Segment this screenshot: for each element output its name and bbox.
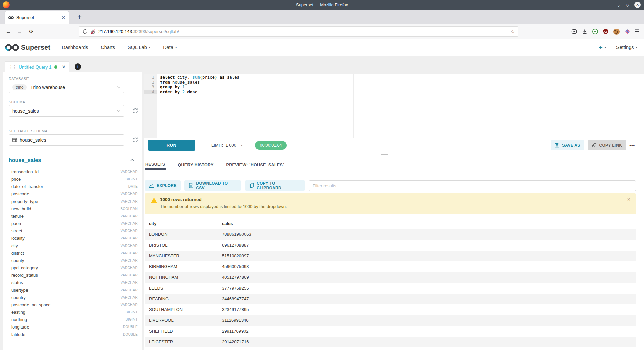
app-menu-icon[interactable]: ☰ — [635, 28, 639, 35]
results-table-body: LONDON788861960063BRISTOL69612708887MANC… — [145, 229, 636, 347]
line-code: select city, sum(price) as sales — [157, 75, 239, 80]
table-row: LEICESTER29142071716 — [145, 337, 636, 347]
table-column-row[interactable]: new_buildBOOLEAN — [9, 205, 139, 212]
reload-icon[interactable]: ⟳ — [25, 28, 37, 35]
cell-sales: 29142071716 — [218, 337, 636, 347]
nav-item-sql-lab[interactable]: SQL Lab▾ — [128, 45, 150, 50]
insecure-lock-icon[interactable] — [91, 29, 95, 34]
table-column-row[interactable]: eastingBIGINT — [9, 308, 139, 316]
query-editor-tab[interactable]: ⋮⋮ Untitled Query 1 ✕ — [5, 61, 69, 72]
refresh-schema-icon[interactable] — [132, 108, 138, 114]
cookie-extension-icon[interactable] — [613, 29, 620, 35]
table-column-row[interactable]: districtVARCHAR — [9, 249, 139, 257]
table-column-row[interactable]: countyVARCHAR — [9, 257, 139, 264]
chevron-up-icon[interactable] — [130, 159, 135, 162]
table-row: NOTTINGHAM40512797869 — [145, 272, 636, 283]
asterisk-extension-icon[interactable]: ✳ — [625, 28, 629, 35]
tab-results[interactable]: RESULTS — [145, 160, 166, 170]
schema-select[interactable]: house_sales — [9, 105, 124, 117]
tab-preview-house-sales[interactable]: PREVIEW: `HOUSE_SALES` — [226, 160, 285, 170]
sql-code-editor[interactable]: 1select city, sum(price) as sales2from h… — [144, 74, 644, 138]
limit-dropdown[interactable]: LIMIT: 1 000 ▾ — [211, 143, 242, 148]
drag-handle-icon[interactable]: ⋮⋮ — [9, 64, 16, 70]
table-column-row[interactable]: usertypeVARCHAR — [9, 286, 139, 294]
table-column-row[interactable]: localityVARCHAR — [9, 234, 139, 242]
more-actions-icon[interactable]: ••• — [629, 143, 635, 148]
nav-item-data[interactable]: Data▾ — [163, 45, 177, 50]
browser-tab[interactable]: Superset ✕ — [5, 11, 69, 24]
copy-link-button[interactable]: COPY LINK — [588, 140, 626, 150]
nav-item-dashboards[interactable]: Dashboards — [62, 45, 88, 50]
table-row: BIRMINGHAM45960075093 — [145, 261, 636, 272]
alert-message: The number of rows displayed is limited … — [160, 204, 287, 209]
browser-tab-close-icon[interactable]: ✕ — [61, 15, 65, 21]
file-icon — [189, 183, 193, 188]
new-item-button[interactable]: +▾ — [599, 44, 606, 51]
superset-logo[interactable]: Superset — [5, 43, 50, 52]
table-select[interactable]: house_sales — [9, 134, 124, 146]
cell-city: LEICESTER — [145, 337, 218, 347]
table-column-row[interactable]: postcode_no_spaceVARCHAR — [9, 301, 139, 308]
bookmark-star-icon[interactable]: ☆ — [511, 29, 515, 35]
table-column-row[interactable]: priceBIGINT — [9, 175, 139, 183]
alert-close-icon[interactable]: ✕ — [627, 197, 631, 202]
table-column-row[interactable]: countryVARCHAR — [9, 294, 139, 301]
column-header-city[interactable]: city — [145, 218, 218, 229]
column-type: VARCHAR — [121, 259, 138, 262]
code-line[interactable]: 1select city, sum(price) as sales — [144, 75, 644, 80]
window-restore-icon[interactable]: ◇ — [626, 3, 629, 7]
privacy-extension-icon[interactable] — [592, 29, 598, 34]
table-column-row[interactable]: longitudeDOUBLE — [9, 323, 139, 331]
column-type: VARCHAR — [121, 251, 138, 255]
query-tab-close-icon[interactable]: ✕ — [62, 64, 66, 70]
table-column-row[interactable]: postcodeVARCHAR — [9, 190, 139, 198]
back-icon[interactable]: ← — [3, 29, 14, 35]
sql-editor-pane: 1select city, sum(price) as sales2from h… — [144, 74, 644, 350]
copy-clipboard-button[interactable]: COPY TO CLIPBOARD — [245, 180, 305, 191]
settings-menu[interactable]: Settings▾ — [616, 45, 637, 50]
window-minimize-icon[interactable]: ⌄ — [616, 3, 621, 7]
database-select[interactable]: trino Trino warehouse — [9, 82, 124, 93]
code-line[interactable]: 2from house_sales — [144, 80, 644, 85]
save-as-button[interactable]: SAVE AS — [551, 140, 584, 150]
tab-query-history[interactable]: QUERY HISTORY — [177, 160, 214, 170]
table-column-row[interactable]: statusVARCHAR — [9, 279, 139, 286]
ublock-icon[interactable] — [603, 29, 608, 34]
panel-divider — [9, 123, 138, 123]
table-column-row[interactable]: ppd_categoryVARCHAR — [9, 264, 139, 271]
editor-code-lines[interactable]: 1select city, sum(price) as sales2from h… — [144, 75, 644, 94]
table-column-row[interactable]: date_of_transferDATE — [9, 183, 139, 190]
run-button[interactable]: RUN — [148, 140, 195, 151]
refresh-table-icon[interactable] — [132, 137, 138, 143]
pane-resize-handle[interactable] — [381, 154, 388, 158]
explore-button[interactable]: EXPLORE — [145, 180, 181, 191]
table-column-row[interactable]: record_statusVARCHAR — [9, 271, 139, 279]
download-csv-button[interactable]: DOWNLOAD TO CSV — [184, 180, 241, 191]
column-header-sales[interactable]: sales — [218, 218, 636, 229]
add-query-tab-button[interactable]: + — [75, 63, 81, 70]
column-type: BOOLEAN — [121, 207, 138, 211]
limit-label: LIMIT: — [211, 143, 223, 148]
downloads-icon[interactable] — [582, 29, 587, 34]
code-line[interactable]: 4order by 2 desc — [144, 90, 644, 95]
table-column-row[interactable]: northingBIGINT — [9, 316, 139, 323]
table-column-row[interactable]: paonVARCHAR — [9, 220, 139, 227]
code-line[interactable]: 3group by 1 — [144, 85, 644, 90]
table-schema-title[interactable]: house_sales — [9, 157, 41, 163]
new-browser-tab-button[interactable]: + — [74, 12, 85, 22]
forward-icon[interactable]: → — [14, 29, 25, 35]
pocket-icon[interactable] — [571, 29, 577, 34]
table-column-row[interactable]: latitudeDOUBLE — [9, 331, 139, 338]
url-bar[interactable]: 217.160.120.143:32393/superset/sqllab/ ☆ — [79, 26, 518, 37]
column-name: city — [11, 243, 18, 248]
table-column-row[interactable]: streetVARCHAR — [9, 227, 139, 234]
shield-icon[interactable] — [83, 29, 88, 34]
filter-results-input[interactable] — [309, 180, 636, 191]
nav-item-charts[interactable]: Charts — [101, 45, 115, 50]
table-column-row[interactable]: tenureVARCHAR — [9, 212, 139, 220]
table-column-row[interactable]: property_typeVARCHAR — [9, 198, 139, 205]
table-column-row[interactable]: transaction_idVARCHAR — [9, 168, 139, 175]
unsaved-status-dot — [54, 65, 57, 69]
window-close-button[interactable]: ✕ — [634, 2, 641, 8]
table-column-row[interactable]: cityVARCHAR — [9, 242, 139, 249]
